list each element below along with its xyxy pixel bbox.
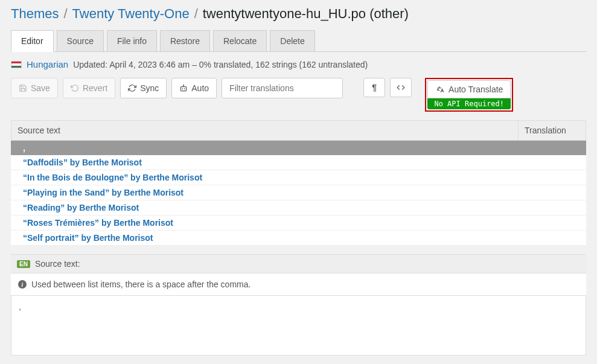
breadcrumb-theme[interactable]: Twenty Twenty-One (72, 6, 190, 22)
tab-restore[interactable]: Restore (160, 30, 210, 51)
pilcrow-icon: ¶ (370, 83, 378, 92)
auto-translate-button[interactable]: Auto Translate (427, 80, 511, 98)
svg-point-2 (184, 88, 185, 89)
en-badge: EN (17, 260, 30, 268)
revert-button[interactable]: Revert (63, 78, 115, 98)
breadcrumb-themes[interactable]: Themes (11, 6, 59, 22)
breadcrumb-sep: / (194, 6, 198, 22)
language-link[interactable]: Hungarian (27, 59, 68, 69)
breadcrumb-sep: / (63, 6, 67, 22)
save-button[interactable]: Save (11, 78, 58, 98)
table-row[interactable]: “Playing in the Sand” by Berthe Morisot (11, 185, 586, 200)
revert-label: Revert (83, 83, 107, 93)
filter-input[interactable] (222, 78, 343, 98)
table-row[interactable]: “Reading” by Berthe Morisot (11, 200, 586, 216)
auto-translate-highlight: Auto Translate No API Required! (425, 78, 513, 112)
source-value[interactable]: , (11, 295, 586, 356)
sync-icon (128, 84, 136, 92)
auto-translate-label: Auto Translate (449, 85, 503, 94)
auto-label: Auto (191, 83, 209, 93)
no-api-badge: No API Required! (427, 98, 511, 109)
save-label: Save (31, 83, 50, 93)
table-row-selected[interactable]: , (11, 141, 586, 155)
tabs: EditorSourceFile infoRestoreRelocateDele… (11, 30, 586, 52)
flag-hungary-icon (11, 61, 22, 68)
tab-editor[interactable]: Editor (11, 30, 54, 52)
revert-icon (71, 84, 79, 92)
tab-fileinfo[interactable]: File info (107, 30, 157, 51)
table-row[interactable]: “Self portrait” by Berthe Morisot (11, 231, 586, 246)
toolbar: Save Revert Sync Auto ¶ (11, 78, 586, 112)
code-icon (397, 83, 405, 92)
col-translation[interactable]: Translation (518, 121, 586, 140)
breadcrumb: Themes / Twenty Twenty-One / twentytwent… (11, 6, 586, 22)
save-icon (19, 84, 27, 92)
col-source-text[interactable]: Source text (11, 121, 518, 140)
code-view-button[interactable] (390, 78, 412, 97)
table-header: Source text Translation (11, 120, 586, 141)
pilcrow-button[interactable]: ¶ (363, 78, 385, 97)
sync-button[interactable]: Sync (120, 78, 167, 98)
robot-icon (179, 84, 188, 92)
source-hint: i Used between list items, there is a sp… (11, 273, 586, 295)
status-line: Hungarian Updated: April 4, 2023 6:46 am… (11, 59, 586, 69)
table-row[interactable]: “Roses Trémières” by Berthe Morisot (11, 216, 586, 231)
svg-point-1 (182, 88, 184, 89)
table-row[interactable]: “Daffodils” by Berthe Morisot (11, 155, 586, 170)
auto-button[interactable]: Auto (171, 78, 217, 98)
status-info: Updated: April 4, 2023 6:46 am – 0% tran… (73, 60, 368, 69)
tab-delete[interactable]: Delete (270, 30, 314, 51)
table-row[interactable]: “In the Bois de Boulogne” by Berthe Mori… (11, 170, 586, 185)
tab-relocate[interactable]: Relocate (213, 30, 267, 51)
hint-text: Used between list items, there is a spac… (31, 279, 251, 289)
svg-rect-0 (181, 87, 187, 91)
translate-icon (435, 85, 445, 94)
tab-source[interactable]: Source (57, 30, 104, 51)
svg-point-4 (183, 85, 184, 86)
source-text-label: Source text: (35, 259, 80, 269)
info-icon: i (18, 280, 27, 289)
source-panel-header: EN Source text: (11, 254, 586, 273)
sync-label: Sync (140, 83, 159, 93)
breadcrumb-current: twentytwentyone-hu_HU.po (other) (203, 6, 409, 22)
